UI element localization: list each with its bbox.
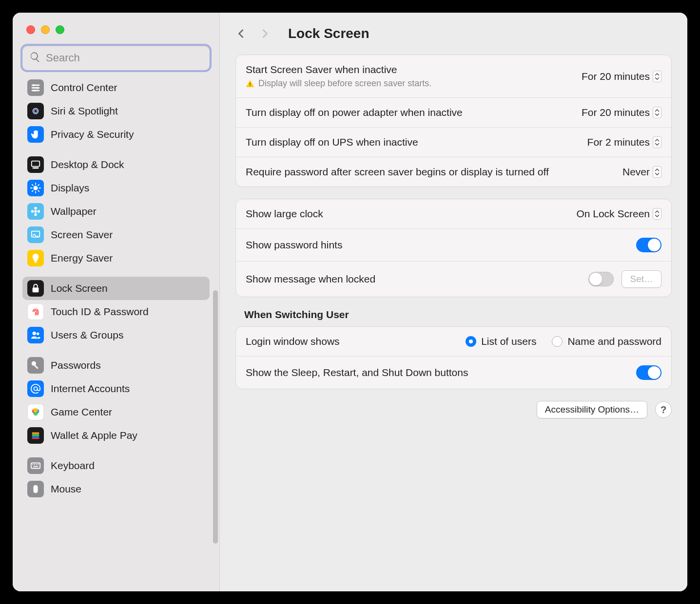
hand-icon [27,126,44,143]
sidebar-item-label: Game Center [51,406,112,418]
svg-rect-43 [34,464,35,465]
svg-rect-10 [33,168,39,169]
svg-point-28 [33,332,36,335]
switching-user-title: When Switching User [244,309,672,321]
screensaver-start-warning: Display will sleep before screen saver s… [258,78,431,89]
stepper-icon [653,136,661,148]
radio-label: Name and password [567,336,661,347]
display-off-ups-row: Turn display off on UPS when inactiveFor… [236,127,671,157]
svg-point-29 [37,333,39,336]
require-password-popup[interactable]: Never [622,166,661,178]
sidebar-item-label: Energy Saver [51,252,113,264]
mouse-icon [27,481,44,497]
svg-rect-9 [32,161,40,167]
display-off-ups-popup[interactable]: For 2 minutes [587,136,661,148]
display-off-ups-label: Turn display off on UPS when inactive [246,136,580,148]
login-window-row: Login window shows List of usersName and… [236,327,671,356]
svg-rect-45 [38,464,39,465]
sidebar-item-screen-saver[interactable]: Screen Saver [22,223,210,246]
accessibility-options-button[interactable]: Accessibility Options… [537,401,647,418]
sidebar-scrollbar[interactable] [213,290,218,544]
svg-line-19 [38,185,39,186]
sidebar-item-game-center[interactable]: Game Center [22,400,210,424]
radio-circle-icon [466,336,476,347]
radio-list-users[interactable]: List of users [466,336,536,347]
search-field[interactable] [22,46,210,70]
stepper-icon [653,71,661,82]
svg-point-24 [38,210,40,213]
stepper-icon [653,208,661,220]
svg-rect-37 [32,433,39,434]
sidebar-item-wallpaper[interactable]: Wallpaper [22,200,210,223]
large-clock-row: Show large clock On Lock Screen [236,199,671,228]
settings-group-timing: Start Screen Saver when inactiveDisplay … [235,55,672,187]
zoom-window-button[interactable] [56,25,64,34]
svg-rect-42 [33,464,34,465]
svg-rect-0 [32,85,40,86]
sidebar-item-users-groups[interactable]: Users & Groups [22,323,210,347]
at-icon [27,380,44,397]
sidebar-item-privacy-security[interactable]: Privacy & Security [22,123,210,146]
sleep-restart-toggle[interactable] [636,365,661,380]
forward-button[interactable] [259,28,271,39]
help-button[interactable]: ? [655,401,672,418]
svg-point-11 [33,186,38,190]
show-message-toggle[interactable] [588,272,614,286]
large-clock-value: On Lock Screen [576,208,650,220]
display-off-power-label: Turn display off on power adapter when i… [246,107,574,118]
settings-group-switching: Login window shows List of usersName and… [235,326,672,389]
sidebar-item-label: Siri & Spotlight [51,105,118,117]
sidebar: Control CenterSiri & SpotlightPrivacy & … [13,13,220,591]
bulb-icon [27,250,44,266]
sidebar-item-passwords[interactable]: Passwords [22,354,210,377]
svg-rect-44 [36,464,37,465]
svg-rect-47 [33,485,38,493]
sidebar-item-wallet-pay[interactable]: Wallet & Apple Pay [22,424,210,447]
sidebar-item-label: Passwords [51,359,101,371]
svg-point-3 [33,84,35,86]
svg-rect-31 [34,365,38,369]
sidebar-item-displays[interactable]: Displays [22,176,210,200]
sidebar-item-label: Touch ID & Password [51,306,149,318]
sidebar-item-touch-id[interactable]: Touch ID & Password [22,300,210,323]
display-off-power-popup[interactable]: For 20 minutes [582,107,661,118]
sidebar-item-label: Users & Groups [51,329,123,341]
sidebar-item-control-center[interactable]: Control Center [22,76,210,99]
large-clock-popup[interactable]: On Lock Screen [576,208,661,220]
screensaver-start-popup[interactable]: For 20 minutes [582,71,661,82]
radio-circle-icon [552,336,563,347]
display-off-power-row: Turn display off on power adapter when i… [236,97,671,127]
warning-icon [246,79,254,88]
sidebar-item-internet-accounts[interactable]: Internet Accounts [22,377,210,400]
svg-line-16 [32,185,33,186]
svg-point-22 [34,213,37,216]
sidebar-item-keyboard[interactable]: Keyboard [22,454,210,477]
sidebar-item-siri-spotlight[interactable]: Siri & Spotlight [22,99,210,123]
sidebar-item-lock-screen[interactable]: Lock Screen [22,277,210,300]
password-hints-toggle[interactable] [636,238,661,252]
login-window-label: Login window shows [246,336,382,347]
sidebar-item-energy-saver[interactable]: Energy Saver [22,246,210,270]
display-off-ups-value: For 2 minutes [587,136,650,148]
screensaver-icon [27,226,44,243]
svg-rect-38 [32,434,39,436]
minimize-window-button[interactable] [41,25,50,34]
close-window-button[interactable] [26,25,35,34]
radio-name-password[interactable]: Name and password [552,336,661,347]
system-settings-window: Control CenterSiri & SpotlightPrivacy & … [13,13,687,591]
sidebar-list[interactable]: Control CenterSiri & SpotlightPrivacy & … [13,76,219,591]
key-icon [27,357,44,374]
show-message-row: Show message when locked Set… [236,261,671,297]
back-button[interactable] [235,28,247,39]
settings-group-display: Show large clock On Lock Screen Show pas… [235,199,672,297]
sidebar-item-mouse[interactable]: Mouse [22,477,210,501]
content-area: Start Screen Saver when inactiveDisplay … [220,55,687,591]
sleep-restart-row: Show the Sleep, Restart, and Shut Down b… [236,356,671,389]
sidebar-item-label: Displays [51,182,89,194]
search-input[interactable] [46,52,203,64]
search-icon [29,51,46,65]
svg-rect-1 [32,87,40,89]
set-message-button[interactable]: Set… [622,270,661,288]
sidebar-item-desktop-dock[interactable]: Desktop & Dock [22,153,210,176]
require-password-value: Never [622,166,650,178]
